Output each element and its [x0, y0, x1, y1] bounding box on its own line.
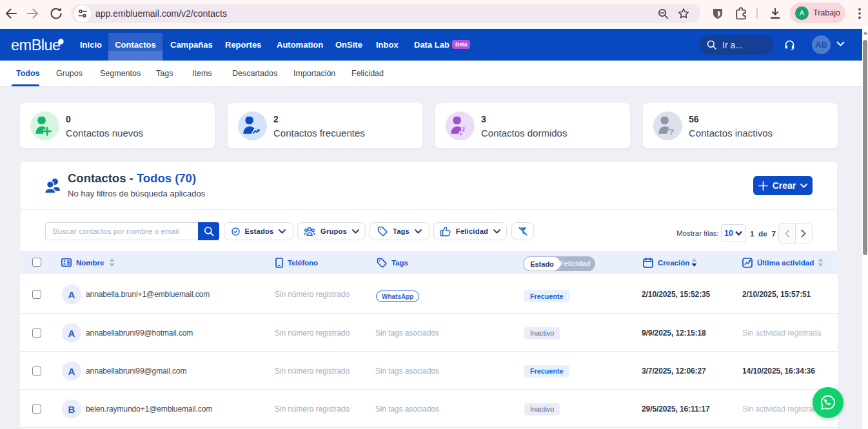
svg-text:z: z	[462, 125, 465, 132]
svg-text:z: z	[459, 130, 462, 135]
svg-text:?: ?	[669, 127, 674, 136]
